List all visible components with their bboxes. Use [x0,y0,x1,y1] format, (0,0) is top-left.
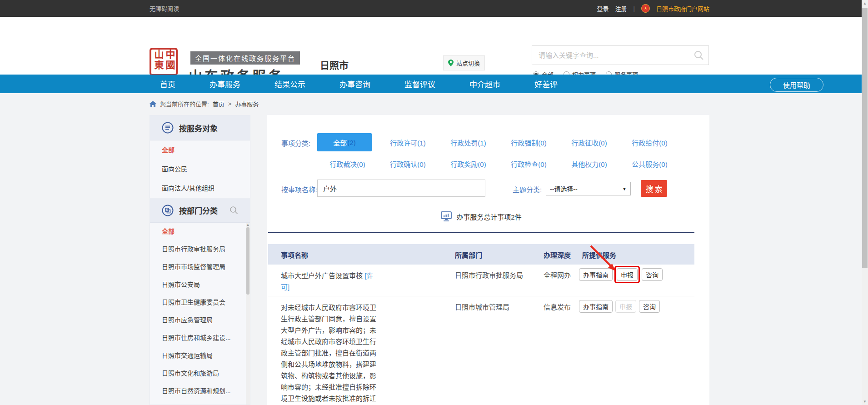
platform-banner: 全国一体化在线政务服务平台 [190,51,300,65]
col-header-depth: 办理深度 [544,250,571,260]
seal-text: 中國山東 [152,50,175,74]
tab-all-count: (2) [347,139,355,146]
keyword-search-input[interactable] [532,51,694,59]
tab-all[interactable]: 全部(2) [317,133,372,151]
tab-administrative-reward[interactable]: 行政奖励(0) [438,158,499,169]
page-scrollbar-thumb[interactable] [862,8,868,268]
sidebar-item-department[interactable]: 日照市公安局 [150,276,250,294]
name-filter-label: 按事项名称: [281,185,317,194]
item-name-link[interactable]: 对未经城市人民政府市容环境卫生行政主管部门同意，擅自设置大型户外广告，影响市容的… [281,304,376,405]
department-cell: 日照市城市管理局 [455,302,550,311]
breadcrumb: 您当前所在的位置: 首页 > 办事服务 [150,100,259,108]
col-header-department: 所属部门 [455,250,482,260]
tab-administrative-payment[interactable]: 行政给付(0) [619,133,680,151]
search-icon[interactable] [694,50,704,60]
department-scrollbar-thumb[interactable] [246,227,249,295]
register-link[interactable]: 注册 [615,4,627,13]
topbar-divider: | [634,5,635,12]
apply-button-disabled: 申报 [615,300,636,313]
main-panel: 事项分类: 全部(2) 行政许可(1) 行政处罚(1) 行政强制(0) 行政征收… [267,115,709,405]
category-tabs-row1: 全部(2) 行政许可(1) 行政处罚(1) 行政强制(0) 行政征收(0) 行政… [317,133,680,151]
sidebar-item-all-targets[interactable]: 全部 [150,140,250,160]
national-emblem-icon: ★ [641,4,650,13]
breadcrumb-home[interactable]: 首页 [213,100,224,108]
item-name-input[interactable] [317,180,485,197]
tab-other-powers[interactable]: 其他权力(0) [559,158,619,169]
table-row: 对未经城市人民政府市容环境卫生行政主管部门同意，擅自设置大型户外广告，影响市容的… [268,296,694,405]
sidebar: 按服务对象 全部 面向公民 面向法人/其他组织 按部门分类 全部 日照市行政审批… [150,115,250,405]
tab-administrative-levy[interactable]: 行政征收(0) [559,133,619,151]
summary-line: 办事服务总计事项2件 [268,211,694,221]
scroll-down-icon[interactable]: ▼ [862,398,868,405]
sidebar-item-department-all[interactable]: 全部 [150,223,250,240]
main-navigation: 首页 办事服务 结果公示 办事咨询 监督评议 中介超市 好差评 使用帮助 [0,75,868,93]
tab-administrative-ruling[interactable]: 行政裁决(0) [317,158,378,169]
nav-consult[interactable]: 办事咨询 [339,78,370,90]
consult-button[interactable]: 咨询 [642,268,663,281]
accessibility-link[interactable]: 无障碍阅读 [150,4,179,13]
summary-text: 办事服务总计事项2件 [456,212,521,221]
table-header: 事项名称 所属部门 办理深度 所提供服务 [268,244,694,265]
scroll-up-icon[interactable]: ▲ [862,0,868,7]
services-cell: 办事指南 申报 咨询 [579,268,663,281]
login-link[interactable]: 登录 [597,4,609,13]
home-icon [150,101,156,107]
keyword-search-box [532,45,709,65]
sidebar-item-department[interactable]: 日照市市场监督管理局 [150,258,250,276]
sidebar-item-department[interactable]: 日照市应急管理局 [150,311,250,329]
sidebar-item-department[interactable]: 日照市自然资源和规划... [150,382,250,400]
summary-divider [268,232,694,233]
topic-filter-label: 主题分类: [513,185,542,194]
nav-supervision[interactable]: 监督评议 [404,78,435,90]
site-switch-button[interactable]: 站点切换 [443,55,485,70]
sidebar-item-department[interactable]: 日照市交通运输局 [150,347,250,365]
site-header: 中國山東 全国一体化在线政务服务平台 山东政务服务 日照市 站点切换 全部 权力… [0,17,868,75]
department-cell: 日照市行政审批服务局 [455,270,550,280]
guide-button[interactable]: 办事指南 [579,300,613,313]
nav-results[interactable]: 结果公示 [274,78,305,90]
nav-intermediary[interactable]: 中介超市 [469,78,500,90]
site-switch-label: 站点切换 [456,59,480,67]
tab-public-services[interactable]: 公共服务(0) [619,158,680,169]
topic-select[interactable]: --请选择-- ▼ [546,182,631,195]
sidebar-item-department[interactable]: 日照市住房和城乡建设... [150,329,250,347]
search-button[interactable]: 搜索 [641,180,667,197]
department-search-icon[interactable] [229,206,238,215]
tab-administrative-license[interactable]: 行政许可(1) [378,133,438,151]
sidebar-item-department[interactable]: 日照市文化和旅游局 [150,365,250,382]
guide-button[interactable]: 办事指南 [579,268,613,281]
tab-administrative-confirmation[interactable]: 行政确认(0) [378,158,438,169]
services-cell: 办事指南 申报 咨询 [579,300,660,313]
tab-all-label: 全部 [333,138,347,147]
tab-administrative-inspection[interactable]: 行政检查(0) [499,158,559,169]
select-caret-icon: ▼ [622,186,627,191]
department-list-scrollbar[interactable]: ▲ [246,223,250,405]
item-name-cell: 对未经城市人民政府市容环境卫生行政主管部门同意，擅自设置大型户外广告，影响市容的… [281,302,380,405]
consult-button[interactable]: 咨询 [639,300,660,313]
service-target-list: 全部 面向公民 面向法人/其他组织 [150,140,250,198]
scroll-up-icon[interactable]: ▲ [246,223,250,227]
sidebar-item-department[interactable]: 日照市行政审批服务局 [150,240,250,258]
tab-administrative-penalty[interactable]: 行政处罚(1) [438,133,499,151]
city-name: 日照市 [320,58,349,71]
top-utility-bar: 无障碍阅读 登录 注册 | ★ 日照市政府门户网站 [0,0,868,17]
topic-select-value: --请选择-- [550,184,578,193]
nav-rating[interactable]: 好差评 [534,78,558,90]
item-name-cell: 城市大型户外广告设置审核 [许可] [281,270,380,293]
list-circle-icon [162,122,174,134]
help-button[interactable]: 使用帮助 [770,78,823,92]
department-list: 全部 日照市行政审批服务局 日照市市场监督管理局 日照市公安局 日照市卫生健康委… [150,223,250,405]
page-scrollbar[interactable]: ▲ ▼ [862,0,868,405]
sidebar-item-citizens[interactable]: 面向公民 [150,160,250,179]
sidebar-item-legal-persons[interactable]: 面向法人/其他组织 [150,179,250,198]
shandong-seal-logo: 中國山東 [150,48,178,76]
nav-services[interactable]: 办事服务 [210,78,240,90]
nav-home[interactable]: 首页 [160,78,175,90]
sidebar-title-department: 按部门分类 [179,205,218,216]
sidebar-item-department[interactable]: 日照市卫生健康委员会 [150,294,250,311]
tab-administrative-coercion[interactable]: 行政强制(0) [499,133,559,151]
city-portal-link[interactable]: 日照市政府门户网站 [656,4,709,13]
col-header-item-name: 事项名称 [281,250,308,260]
item-name-link[interactable]: 城市大型户外广告设置审核 [281,272,363,280]
apply-button[interactable]: 申报 [617,268,638,281]
